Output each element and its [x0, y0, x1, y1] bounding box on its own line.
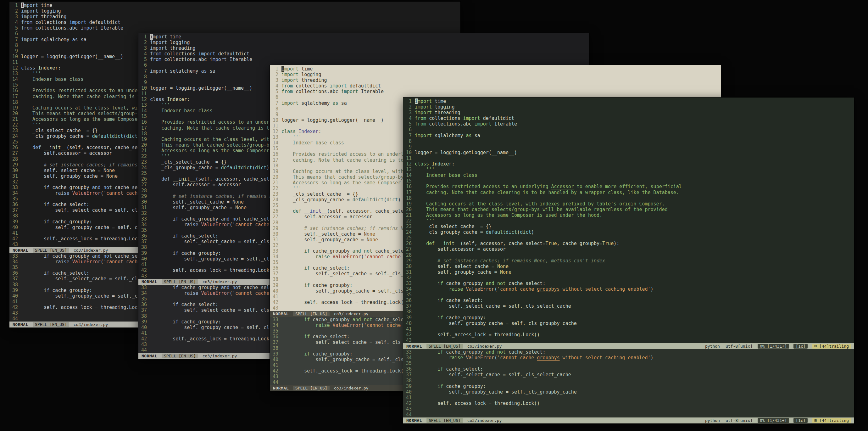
- editor-split-bottom[interactable]: 33 if cache_groupby and not cache_select…: [403, 349, 854, 418]
- token-pl: self._select_cache =: [150, 199, 232, 205]
- code-line: 1import time: [270, 66, 721, 72]
- code-text: Indexer base class: [281, 140, 344, 146]
- token-pl: [101, 185, 103, 190]
- code-line: 34 raise ValueError('cannot cache groupb…: [403, 286, 854, 292]
- token-kw: not: [232, 285, 241, 290]
- token-kw: import: [150, 45, 167, 51]
- token-doc: caching. Note that cache clearing is to …: [415, 190, 679, 195]
- line-number: 40: [270, 357, 281, 362]
- token-pl: [429, 161, 432, 167]
- token-pl: logger = logging.getLogger(__name__): [21, 54, 123, 59]
- line-number: 34: [138, 222, 150, 227]
- token-const: None: [364, 231, 375, 237]
- line-number: 20: [270, 174, 281, 180]
- line-number: 23: [403, 224, 415, 229]
- token-exc: ValueError: [333, 254, 361, 259]
- token-pl: cache_groupby: [50, 185, 92, 190]
- code-text: from collections import defaultdict: [281, 83, 381, 89]
- code-line: 39 if cache_groupby:: [403, 383, 854, 389]
- token-pl: ): [651, 355, 653, 361]
- token-pl: [281, 317, 304, 322]
- token-kw: raise: [449, 355, 463, 361]
- line-number: 8: [9, 42, 21, 48]
- token-pl: cache_groupby: [310, 248, 352, 254]
- token-str: without select caching enabled': [560, 286, 651, 292]
- token-pl: self.accessor = accessor: [21, 150, 112, 156]
- code-text: if cache_select:: [150, 302, 218, 307]
- code-line: 36 if cache_select:: [403, 298, 854, 303]
- line-number: 21: [270, 180, 281, 186]
- line-number: 13: [138, 102, 150, 108]
- code-text: if cache_select:: [21, 270, 89, 276]
- token-pl: threading: [167, 45, 195, 51]
- token-doc: Provides restricted access to an underly…: [150, 119, 286, 125]
- code-text: Caching occurs at the class level, with …: [415, 201, 665, 207]
- cursor: i: [150, 34, 153, 40]
- code-text: _cls_groupby_cache = defaultdict(dict): [150, 165, 269, 171]
- token-exc: ValueError: [466, 286, 494, 292]
- token-kw: not: [364, 317, 372, 322]
- code-text: self.accessor = accessor: [281, 214, 372, 220]
- token-pl: (: [252, 165, 255, 171]
- token-cls: Indexer: [167, 97, 187, 102]
- token-kw: if: [44, 202, 50, 207]
- code-line: 4from collections import defaultdict: [138, 51, 589, 57]
- token-pl: [281, 248, 304, 254]
- token-pl: cache_select:: [506, 281, 545, 286]
- code-text: self._select_cache = None: [281, 231, 375, 237]
- line-number: 9: [138, 80, 150, 85]
- line-number: 17: [270, 157, 281, 163]
- line-number: 39: [138, 319, 150, 325]
- line-number: 17: [138, 125, 150, 131]
- code-text: from collections import defaultdict: [150, 51, 249, 57]
- line-number: 37: [403, 303, 415, 309]
- token-kw: and: [221, 285, 229, 290]
- token-kw: raise: [55, 190, 69, 196]
- token-exc: ValueError: [333, 322, 361, 328]
- vim-window-4[interactable]: 1import time2import logging3import threa…: [403, 97, 854, 424]
- line-number: 35: [138, 227, 150, 233]
- filename: co3/indexer.py: [73, 248, 108, 253]
- statusline-position: 0% [1/431+]: [757, 344, 789, 348]
- line-number: 27: [403, 246, 415, 252]
- token-pl: [301, 208, 304, 214]
- code-line: 4from collections import defaultdict: [270, 83, 721, 89]
- line-number: 23: [138, 159, 150, 165]
- token-pl: _cls_groupby_cache =: [415, 229, 486, 235]
- token-kw: raise: [315, 322, 330, 328]
- token-pl: :: [452, 161, 455, 167]
- token-pl: [150, 285, 173, 290]
- token-pl: cache_groupby:: [178, 250, 221, 256]
- spell-indicator: SPELL [EN_US]: [33, 322, 69, 327]
- token-kw: import: [150, 40, 167, 45]
- token-pl: [463, 355, 466, 361]
- token-strsp: groupbys: [537, 286, 559, 292]
- line-number: 12: [403, 161, 415, 167]
- code-text: if cache_groupby and not cache_select:: [415, 349, 545, 355]
- token-pl: Iterable: [492, 121, 517, 127]
- line-number: 43: [138, 273, 150, 279]
- token-const: True: [602, 241, 614, 246]
- code-text: self._select_cache = None: [21, 168, 115, 173]
- token-com: # set instance caches; if remains None, …: [415, 258, 605, 264]
- token-kw: and: [486, 281, 494, 286]
- token-pl: [101, 253, 103, 259]
- line-number: 6: [403, 127, 415, 132]
- editor-split-top[interactable]: 1import time2import logging3import threa…: [403, 97, 854, 343]
- line-number: 43: [9, 242, 21, 247]
- token-pl: [21, 287, 44, 293]
- code-line: 27 self.accessor = accessor: [403, 246, 854, 252]
- filename: co3/indexer.py: [203, 279, 237, 284]
- line-number: 4: [9, 20, 21, 25]
- line-number: 33: [270, 317, 281, 322]
- line-number: 15: [9, 82, 21, 88]
- token-kw: if: [437, 349, 443, 355]
- token-pl: cache_groupby: [310, 317, 352, 322]
- token-kw: and: [352, 317, 361, 322]
- line-number: 36: [9, 270, 21, 276]
- token-pl: [361, 317, 364, 322]
- token-kw: def: [293, 208, 301, 214]
- token-kw: import: [415, 104, 432, 110]
- code-text: self._access_lock = threading.Lock(): [21, 305, 146, 310]
- code-text: ''': [415, 167, 435, 173]
